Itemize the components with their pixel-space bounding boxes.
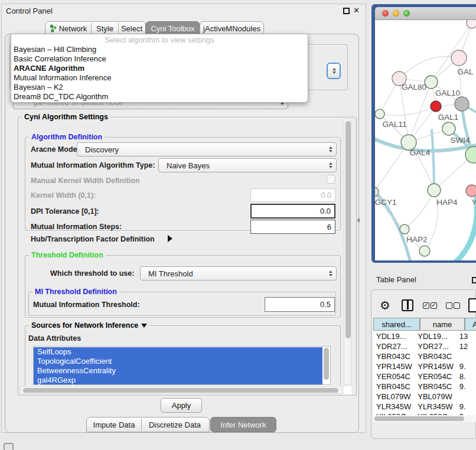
table-panel-float-icon[interactable] — [472, 277, 476, 283]
which-threshold-value: MI Threshold — [148, 269, 193, 278]
attribute-list-item[interactable]: SelfLoops — [34, 347, 323, 357]
table-row[interactable]: YDR27...YDR27...12 — [373, 342, 476, 352]
network-node[interactable] — [428, 184, 441, 197]
kernel-width-value: 0.0 — [321, 191, 331, 200]
attribute-list-item[interactable]: BetweennessCentrality — [34, 366, 323, 376]
network-edge[interactable] — [405, 190, 434, 229]
tab-style-label: Style — [96, 24, 113, 33]
data-attributes-list[interactable]: SelfLoopsTopologicalCoefficientBetweenne… — [33, 346, 331, 385]
column-header-name[interactable]: name — [420, 318, 465, 331]
mi-threshold-field[interactable]: 0.5 — [265, 297, 335, 312]
tab-impute-data[interactable]: Impute Data — [87, 418, 141, 432]
gear-icon[interactable]: ⚙ — [380, 298, 390, 312]
network-edge[interactable] — [375, 142, 409, 192]
attribute-list-item[interactable]: TopologicalCoefficient — [34, 357, 323, 366]
mi-steps-field[interactable]: 6 — [250, 220, 335, 234]
network-node[interactable] — [425, 76, 438, 89]
mi-threshold-label: Mutual Information Threshold: — [33, 301, 140, 309]
network-node[interactable] — [467, 20, 476, 28]
table-cell: YBR043C — [373, 352, 415, 362]
network-node[interactable] — [431, 101, 441, 112]
unchecked-checkbox-icon[interactable] — [454, 302, 460, 309]
table-cell: 12 — [455, 342, 476, 352]
aracne-mode-combo[interactable]: Discovery — [77, 142, 337, 156]
algorithm-combo-button[interactable] — [327, 63, 341, 79]
close-panel-icon[interactable]: ✕ — [353, 6, 360, 15]
algorithm-option[interactable]: Mutual Information Inference — [14, 73, 111, 83]
tab-discretize-data[interactable]: Discretize Data — [142, 418, 208, 432]
spinner-arrows-icon — [329, 270, 332, 276]
algorithm-option[interactable]: Basic Correlation Inference — [14, 54, 106, 64]
network-edge[interactable] — [380, 106, 436, 116]
kernel-width-label: Kernel Width (0,1): — [31, 191, 96, 200]
tab-infer-network[interactable]: Infer Network — [210, 417, 276, 432]
network-view-canvas[interactable]: GALGAL80GAL10GAL1SWI4GAL11GAL4GCY1HAP4YH… — [375, 20, 476, 260]
collapsed-panel-icon[interactable] — [4, 443, 14, 450]
algorithm-option[interactable]: Dream8 DC_TDC Algorithm — [14, 92, 108, 102]
mi-threshold-title: MI Threshold Definition — [32, 288, 119, 296]
mi-threshold-value: 0.5 — [320, 300, 331, 309]
network-node-label: HAP4 — [436, 198, 458, 207]
network-window-titlebar[interactable] — [375, 7, 476, 20]
dpi-tolerance-field[interactable]: 0.0 — [250, 204, 335, 219]
sources-title[interactable]: Sources for Network Inference — [29, 321, 149, 330]
tab-style[interactable]: Style — [92, 22, 118, 35]
network-node[interactable] — [466, 185, 476, 197]
table-cell: YLR345W — [415, 402, 455, 412]
tab-network-label: Network — [59, 24, 87, 33]
algorithm-option[interactable]: Bayesian – Hill Climbing — [14, 45, 96, 54]
table-horizontal-scrollbar[interactable] — [373, 415, 476, 422]
table-row[interactable]: YER054CYER054C8. — [373, 372, 476, 382]
cyni-algorithm-settings-title: Cyni Algorithm Settings — [22, 113, 110, 121]
column-header-sharedname[interactable]: shared... — [373, 318, 420, 331]
window-close-button[interactable] — [382, 10, 389, 17]
table-row[interactable]: YBR043CYBR043C — [373, 352, 476, 362]
hub-definition-label[interactable]: Hub/Transcription Factor Definition — [31, 235, 155, 243]
checked-checkbox-icon[interactable]: ✓ — [431, 302, 437, 309]
table-cell: YBL079W — [415, 392, 455, 402]
network-edge[interactable] — [432, 129, 434, 190]
table-cell: YDR27... — [415, 342, 455, 352]
network-node[interactable] — [400, 224, 409, 234]
checked-checkbox-icon[interactable]: ✓ — [423, 302, 429, 309]
settings-vertical-scrollbar[interactable] — [344, 118, 351, 385]
settings-horizontal-scrollbar[interactable] — [20, 386, 343, 394]
window-minimize-button[interactable] — [393, 10, 399, 17]
mi-type-combo[interactable]: Naive Bayes — [158, 158, 337, 172]
attr-list-scrollbar[interactable] — [322, 347, 330, 384]
table-row[interactable]: YBR045CYBR045C9. — [373, 382, 476, 392]
network-edge[interactable] — [399, 57, 459, 79]
tab-infer-network-label: Infer Network — [220, 420, 266, 429]
manual-kernel-checkbox[interactable] — [327, 175, 335, 184]
expand-arrow-icon[interactable] — [168, 235, 172, 242]
algorithm-definition-title: Algorithm Definition — [29, 133, 105, 141]
splitpane-arrow-icon[interactable] — [357, 218, 360, 223]
network-node[interactable] — [455, 97, 469, 111]
table-row[interactable]: YBL079WYBL079W — [373, 392, 476, 402]
table-cell: 8. — [455, 372, 476, 382]
column-header-partial[interactable]: A — [465, 318, 476, 331]
window-zoom-button[interactable] — [403, 10, 410, 17]
table-row[interactable]: YLR345WYLR345W9. — [373, 402, 476, 412]
tab-select[interactable]: Select — [119, 22, 145, 35]
apply-button[interactable]: Apply — [161, 398, 202, 413]
column-layout-icon[interactable] — [402, 299, 413, 311]
table-row[interactable]: YDL19...YDL19...13 — [373, 332, 476, 342]
table-cell: YBR045C — [373, 382, 415, 392]
network-node[interactable] — [451, 50, 467, 66]
unchecked-checkbox-icon[interactable] — [446, 302, 452, 309]
float-panel-icon[interactable] — [343, 8, 350, 14]
network-node[interactable] — [375, 109, 384, 119]
document-icon[interactable] — [468, 298, 476, 312]
table-row[interactable]: YPR145WYPR145W9. — [373, 362, 476, 372]
network-node[interactable] — [442, 122, 455, 135]
table-cell: YER054C — [415, 372, 455, 382]
which-threshold-combo[interactable]: MI Threshold — [140, 266, 337, 281]
tab-network[interactable]: Network — [45, 22, 91, 35]
algorithm-option[interactable]: Bayesian – K2 — [14, 83, 63, 92]
table-cell: 9. — [455, 382, 476, 392]
attribute-list-item[interactable]: gal4RGexp — [34, 376, 323, 385]
algorithm-option[interactable]: ARACNE Algorithm — [14, 64, 84, 73]
network-node[interactable] — [419, 246, 430, 256]
screen: Control Panel ✕ Network Style Select Cyn… — [0, 0, 476, 450]
